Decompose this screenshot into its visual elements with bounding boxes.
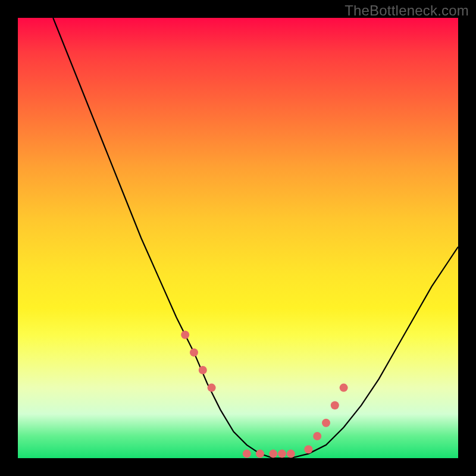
marker-dot xyxy=(190,348,198,356)
marker-dot xyxy=(278,450,286,458)
bottleneck-curve-path xyxy=(53,18,458,458)
curve-svg xyxy=(18,18,458,458)
bottleneck-curve xyxy=(53,18,458,458)
marker-dot xyxy=(313,432,321,440)
marker-dot xyxy=(256,450,264,458)
marker-points xyxy=(181,331,347,458)
marker-dot xyxy=(208,384,216,392)
marker-dot xyxy=(287,450,295,458)
plot-area xyxy=(18,18,458,458)
marker-dot xyxy=(322,419,330,427)
marker-dot xyxy=(199,366,207,374)
marker-dot xyxy=(181,331,189,339)
marker-dot xyxy=(304,445,312,453)
marker-dot xyxy=(340,384,348,392)
marker-dot xyxy=(331,401,339,409)
watermark: TheBottleneck.com xyxy=(345,2,469,19)
chart-frame: TheBottleneck.com xyxy=(0,0,476,476)
marker-dot xyxy=(243,450,251,458)
marker-dot xyxy=(269,450,277,458)
